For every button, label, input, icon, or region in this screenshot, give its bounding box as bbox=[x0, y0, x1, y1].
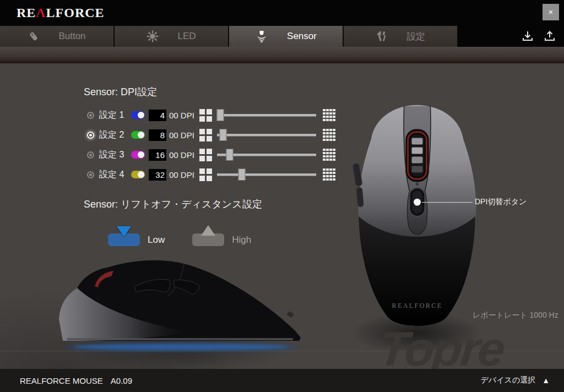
led-color-indicator bbox=[131, 111, 145, 119]
slider-handle[interactable] bbox=[238, 168, 246, 181]
liftoff-high-label: High bbox=[232, 235, 251, 246]
scroll-wheel bbox=[406, 129, 429, 182]
liftoff-options: Low High bbox=[108, 233, 251, 246]
upload-icon[interactable] bbox=[543, 30, 556, 43]
tab-bar-actions bbox=[458, 26, 564, 47]
dpi-row-2: 設定 2 00 DPI bbox=[87, 128, 335, 141]
dpi-row-label: 設定 1 bbox=[99, 110, 129, 121]
led-color-indicator bbox=[131, 171, 145, 178]
dpi-row-3: 設定 3 00 DPI bbox=[87, 148, 335, 161]
slider-track bbox=[217, 134, 316, 137]
dpi-slider-1[interactable] bbox=[217, 108, 316, 122]
liftoff-section-heading: Sensor: リフトオフ・ディスタンス設定 bbox=[84, 198, 262, 211]
realforce-logo: REΛLFORCE bbox=[17, 6, 105, 20]
tab-bar: Button LED bbox=[0, 26, 564, 47]
led-color-indicator bbox=[131, 151, 145, 159]
dpi-suffix-label: 00 DPI bbox=[169, 130, 195, 140]
triangle-up-icon bbox=[201, 225, 215, 236]
firmware-version: A0.09 bbox=[111, 376, 132, 385]
tab-label: 設定 bbox=[406, 30, 425, 43]
fine-grid-icon bbox=[323, 129, 335, 141]
dpi-radio-1[interactable] bbox=[87, 112, 94, 119]
tab-label: Sensor bbox=[287, 31, 317, 42]
dpi-radio-3[interactable] bbox=[87, 151, 94, 159]
dpi-suffix-label: 00 DPI bbox=[169, 150, 195, 160]
coarse-grid-icon bbox=[199, 168, 212, 181]
slider-handle[interactable] bbox=[220, 129, 227, 141]
dpi-slider-3[interactable] bbox=[217, 148, 316, 161]
triangle-up-icon: ▲ bbox=[542, 376, 550, 385]
tab-label: LED bbox=[177, 31, 196, 42]
led-burst-icon bbox=[147, 30, 159, 42]
device-select[interactable]: デバイスの選択 ▲ bbox=[481, 375, 550, 385]
slider-handle[interactable] bbox=[216, 109, 224, 121]
mouse-brand-text: REALFORCE bbox=[392, 302, 442, 309]
dpi-radio-2[interactable] bbox=[87, 132, 94, 139]
dpi-value-input[interactable] bbox=[149, 169, 166, 181]
dpi-section-heading: Sensor: DPI設定 bbox=[84, 85, 157, 99]
dpi-callout-label: DPI切替ボタン bbox=[475, 197, 527, 207]
sensor-panel: Sensor: DPI設定 設定 1 00 DPI 設定 2 00 DPI bbox=[0, 63, 564, 369]
topre-watermark: Topre bbox=[376, 321, 507, 369]
accent-strip bbox=[0, 47, 564, 63]
dpi-suffix-label: 00 DPI bbox=[169, 111, 195, 120]
tab-label: Button bbox=[58, 31, 85, 42]
device-select-label: デバイスの選択 bbox=[481, 375, 536, 385]
coarse-grid-icon bbox=[199, 109, 212, 122]
dpi-row-label: 設定 2 bbox=[99, 129, 129, 141]
dpi-slider-2[interactable] bbox=[217, 128, 316, 141]
liftoff-low-label: Low bbox=[148, 235, 165, 246]
close-button[interactable]: × bbox=[543, 4, 559, 20]
mouse-side-view-image bbox=[51, 255, 312, 353]
mouse-top-view-image: REALFORCE bbox=[352, 104, 481, 330]
dpi-suffix-label: 00 DPI bbox=[169, 170, 195, 179]
device-name: REALFORCE MOUSE bbox=[20, 376, 103, 385]
led-color-indicator bbox=[131, 131, 145, 139]
dpi-slider-4[interactable] bbox=[217, 168, 316, 181]
coarse-grid-icon bbox=[199, 149, 212, 161]
fine-grid-icon bbox=[323, 149, 335, 161]
title-bar: REΛLFORCE × bbox=[0, 0, 564, 26]
liftoff-low-button[interactable] bbox=[108, 233, 140, 246]
dpi-row-label: 設定 4 bbox=[99, 169, 129, 181]
slider-track bbox=[217, 173, 316, 176]
status-bar: REALFORCE MOUSE A0.09 デバイスの選択 ▲ bbox=[0, 369, 564, 392]
liftoff-option-low[interactable]: Low bbox=[108, 233, 165, 246]
dpi-row-label: 設定 3 bbox=[99, 149, 129, 161]
dpi-value-input[interactable] bbox=[149, 129, 166, 141]
triangle-down-icon bbox=[117, 226, 131, 237]
liftoff-option-high[interactable]: High bbox=[192, 233, 251, 246]
download-icon[interactable] bbox=[521, 30, 534, 43]
tab-sensor[interactable]: Sensor bbox=[229, 26, 344, 47]
dpi-row-1: 設定 1 00 DPI bbox=[87, 108, 335, 122]
dpi-radio-4[interactable] bbox=[87, 171, 94, 178]
tab-led[interactable]: LED bbox=[115, 26, 229, 47]
fine-grid-icon bbox=[323, 109, 335, 122]
slider-track bbox=[217, 114, 316, 117]
dpi-row-4: 設定 4 00 DPI bbox=[87, 168, 335, 181]
report-rate-label: レポートレート 1000 Hz bbox=[473, 311, 558, 320]
mouse-icon bbox=[28, 30, 40, 42]
tab-button[interactable]: Button bbox=[0, 26, 115, 47]
liftoff-high-button[interactable] bbox=[192, 233, 224, 246]
dpi-value-input[interactable] bbox=[149, 110, 166, 121]
close-icon: × bbox=[549, 7, 554, 17]
dpi-value-input[interactable] bbox=[149, 149, 166, 161]
slider-handle[interactable] bbox=[226, 149, 233, 161]
sensor-waves-icon bbox=[255, 30, 268, 43]
fine-grid-icon bbox=[323, 168, 335, 181]
dpi-callout-line bbox=[422, 202, 473, 203]
app-window: REΛLFORCE × Button bbox=[0, 0, 564, 392]
tools-icon bbox=[376, 30, 388, 42]
coarse-grid-icon bbox=[199, 129, 212, 141]
tab-settings[interactable]: 設定 bbox=[344, 26, 458, 47]
